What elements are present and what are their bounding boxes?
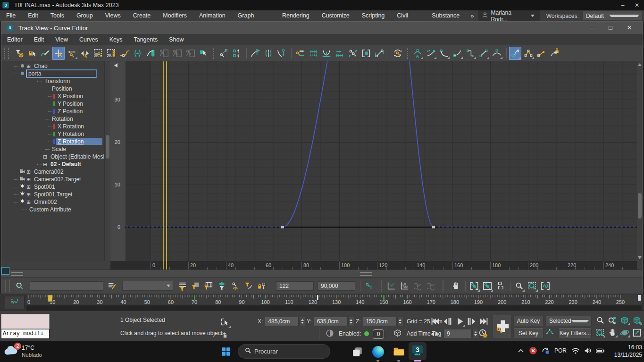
mirror-keys-icon[interactable] <box>347 47 359 60</box>
track-rename-input[interactable]: porta <box>26 70 96 77</box>
tree-item[interactable]: ⊞Chão <box>1 62 104 70</box>
menu-item[interactable]: Group <box>70 10 99 21</box>
tree-item[interactable]: porta <box>1 70 104 77</box>
selection-lock-icon[interactable] <box>219 329 231 342</box>
default-in-out-tangents-icon[interactable] <box>544 327 556 338</box>
workspace-dropdown[interactable]: Default <box>583 11 642 21</box>
tangent-fast-icon[interactable] <box>438 47 450 60</box>
insert-keys-icon[interactable] <box>132 47 144 60</box>
tree-item[interactable]: ⊞Camera002.Target <box>1 176 104 183</box>
key-stats-icon[interactable]: i <box>363 279 375 293</box>
clock[interactable]: 16:03 13/11/2025 <box>614 344 642 359</box>
trackview-titlebar[interactable]: 3 Track View - Curve Editor – □ ✕ <box>1 22 643 34</box>
minimize-button[interactable]: – <box>616 0 630 10</box>
user-account-button[interactable]: Mariana Rodr... <box>478 10 539 21</box>
wifi-icon[interactable] <box>569 345 582 357</box>
tree-item[interactable]: ⊞Spot001.Target <box>1 191 104 198</box>
fade-curve-icon[interactable] <box>276 47 288 60</box>
trackview-menu-item[interactable]: Edit <box>28 34 50 45</box>
lock-selection-icon[interactable] <box>26 47 38 60</box>
trackview-menu-item[interactable]: Show <box>163 34 189 45</box>
track-set-name-field[interactable] <box>30 281 103 291</box>
key-value-field[interactable]: 90,000 <box>318 281 355 291</box>
tree-item[interactable]: X Position <box>1 93 104 100</box>
isolate-zoom-curve-icon[interactable] <box>539 279 552 293</box>
split-keys-icon[interactable] <box>262 47 275 60</box>
show-key-times-icon[interactable] <box>385 279 397 293</box>
tangent-spline-icon[interactable] <box>425 47 437 60</box>
snap-frames-icon[interactable] <box>217 47 230 60</box>
time-tag-icon[interactable] <box>393 328 404 339</box>
scale-values-icon[interactable] <box>105 47 117 60</box>
file-explorer-button[interactable] <box>392 345 406 359</box>
orbit-icon[interactable] <box>619 327 630 338</box>
curve-time-ruler[interactable]: 020406080100120140160180200220240 <box>1 261 643 269</box>
expand-icon[interactable]: ⊞ <box>26 184 33 190</box>
shield-icon[interactable] <box>325 328 336 339</box>
time-configuration-icon[interactable] <box>477 328 489 339</box>
toolbar-grip[interactable] <box>5 280 10 292</box>
flatten-keys-icon[interactable] <box>320 47 333 60</box>
filter-curves-icon[interactable] <box>242 279 254 293</box>
trackview-menu-item[interactable]: Tangents <box>128 34 163 45</box>
interactive-update-icon[interactable] <box>411 279 424 293</box>
auto-key-button[interactable]: Auto Key <box>513 316 544 326</box>
move-keys-time-icon[interactable] <box>294 47 306 60</box>
zoom-all-icon[interactable] <box>607 315 618 326</box>
menu-item[interactable]: Create <box>127 10 157 21</box>
retime-tool-icon[interactable] <box>118 47 131 60</box>
tree-item[interactable]: Transform <box>1 77 104 85</box>
tree-scrollbar[interactable] <box>104 61 110 261</box>
menu-item[interactable]: Scripting <box>356 10 391 21</box>
x-spinner[interactable] <box>299 317 305 326</box>
time-slider-ruler[interactable]: 0102030405060708090100110120130140150160… <box>26 295 642 311</box>
tree-item[interactable]: ⊞Object (Editable Mesh) <box>1 153 104 160</box>
tree-item[interactable]: ⊞02 - Default <box>1 160 104 168</box>
y-spinner[interactable] <box>348 317 354 326</box>
set-keys-button[interactable] <box>493 315 511 338</box>
scroll-handle[interactable] <box>360 272 372 276</box>
expand-icon[interactable]: ⊞ <box>26 191 33 198</box>
zoom-region-icon[interactable] <box>526 279 538 293</box>
next-frame-icon[interactable] <box>466 315 477 328</box>
spring-solver-icon[interactable] <box>425 279 437 293</box>
show-tangents-icon[interactable] <box>509 47 521 60</box>
go-to-start-icon[interactable] <box>429 315 441 328</box>
key-filters-button[interactable]: Key Filters... <box>559 328 592 338</box>
tree-item[interactable]: Z Rotation <box>1 138 104 145</box>
expand-icon[interactable]: ⊞ <box>43 161 49 168</box>
volume-icon[interactable] <box>582 345 594 357</box>
zoom-region-nav-icon[interactable] <box>594 327 606 338</box>
expand-icon[interactable]: ⊞ <box>43 153 49 160</box>
menu-item[interactable]: Tools <box>44 10 70 21</box>
loop-animation-icon[interactable] <box>392 47 404 60</box>
scroll-up-icon[interactable] <box>638 63 642 66</box>
current-frame-field[interactable]: 9 <box>443 329 472 338</box>
tree-item[interactable]: X Rotation <box>1 123 104 130</box>
menu-item[interactable]: Animation <box>193 10 232 21</box>
tangent-linear-icon[interactable] <box>477 47 490 60</box>
tangent-auto-icon[interactable]: A <box>411 47 424 60</box>
lock-filter-icon[interactable] <box>255 279 268 293</box>
tree-scrollbar-thumb[interactable] <box>106 135 109 159</box>
tree-item[interactable]: Y Position <box>1 100 104 108</box>
trackview-menu-item[interactable]: View <box>50 34 74 45</box>
menu-item[interactable]: Edit <box>22 10 44 21</box>
zoom-nav-icon[interactable] <box>594 315 606 326</box>
tree-item[interactable]: ⊞Spot001 <box>1 183 104 191</box>
key-mode-dropdown[interactable]: Selected <box>545 316 592 326</box>
x-coordinate-field[interactable]: 485,0cm <box>265 317 299 326</box>
move-keys-horizontal-icon[interactable] <box>66 47 78 60</box>
expand-icon[interactable]: ⊞ <box>26 176 33 183</box>
scroll-handle[interactable] <box>11 272 23 276</box>
menu-item[interactable]: Rendering <box>276 10 316 21</box>
menu-item[interactable]: Customize <box>316 10 356 21</box>
scroll-down-icon[interactable] <box>638 256 642 259</box>
tree-item[interactable]: Custom Attribute <box>1 206 104 213</box>
filter-keys-icon[interactable] <box>13 47 25 60</box>
task-view-button[interactable] <box>350 345 364 359</box>
draw-curves-icon[interactable] <box>39 47 51 60</box>
expand-icon[interactable]: ⊞ <box>26 199 33 205</box>
z-spinner[interactable] <box>397 317 403 326</box>
previous-frame-icon[interactable] <box>442 315 453 328</box>
